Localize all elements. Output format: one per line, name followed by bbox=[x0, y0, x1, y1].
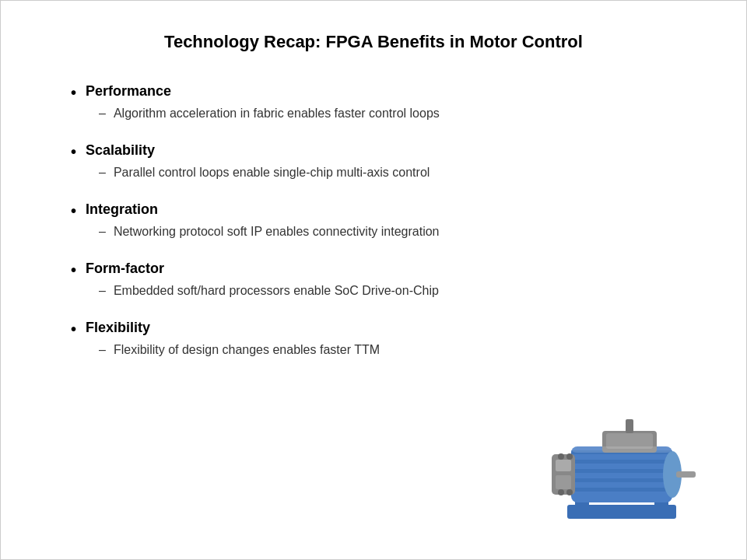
svg-rect-16 bbox=[626, 419, 633, 433]
bullet-sub-dash: – bbox=[99, 225, 106, 239]
bullet-dot: • bbox=[71, 83, 76, 102]
bullet-sub-scalability: –Parallel control loops enable single-ch… bbox=[99, 166, 707, 180]
bullet-sub-text-scalability: Parallel control loops enable single-chi… bbox=[114, 166, 430, 180]
svg-rect-6 bbox=[571, 469, 672, 473]
svg-rect-8 bbox=[571, 488, 672, 492]
bullet-dot: • bbox=[71, 201, 76, 220]
bullet-sub-text-integration: Networking protocol soft IP enables conn… bbox=[114, 225, 440, 239]
bullet-dot: • bbox=[71, 142, 76, 161]
svg-rect-3 bbox=[571, 446, 672, 502]
motor-image bbox=[544, 404, 700, 528]
bullet-sub-text-flexibility: Flexibility of design changes enables fa… bbox=[114, 343, 380, 357]
svg-rect-7 bbox=[571, 478, 672, 482]
svg-point-19 bbox=[558, 489, 564, 495]
bullet-item-integration: •Integration–Networking protocol soft IP… bbox=[71, 201, 707, 239]
slide-title: Technology Recap: FPGA Benefits in Motor… bbox=[40, 24, 707, 52]
bullet-label-form-factor: Form-factor bbox=[86, 261, 164, 277]
bullet-label-performance: Performance bbox=[86, 83, 171, 100]
bullet-label-flexibility: Flexibility bbox=[86, 320, 150, 336]
bullet-sub-form-factor: –Embedded soft/hard processors enable So… bbox=[99, 284, 707, 298]
bullet-label-integration: Integration bbox=[86, 201, 158, 218]
svg-rect-11 bbox=[556, 475, 571, 489]
svg-point-20 bbox=[566, 453, 573, 460]
bullet-sub-performance: –Algorithm acceleration in fabric enable… bbox=[99, 107, 707, 121]
bullet-sub-flexibility: –Flexibility of design changes enables f… bbox=[99, 343, 707, 357]
bullet-item-flexibility: •Flexibility–Flexibility of design chang… bbox=[71, 320, 707, 357]
bullet-main-flexibility: •Flexibility bbox=[71, 320, 707, 338]
bullet-sub-text-performance: Algorithm acceleration in fabric enables… bbox=[114, 107, 440, 121]
svg-rect-5 bbox=[571, 460, 672, 464]
bullet-item-form-factor: •Form-factor–Embedded soft/hard processo… bbox=[71, 261, 707, 298]
slide: Technology Recap: FPGA Benefits in Motor… bbox=[0, 0, 747, 560]
bullet-label-scalability: Scalability bbox=[86, 142, 155, 159]
bullet-dot: • bbox=[71, 261, 76, 279]
bullet-main-integration: •Integration bbox=[71, 201, 707, 220]
bullet-item-performance: •Performance–Algorithm acceleration in f… bbox=[71, 83, 707, 121]
svg-rect-10 bbox=[556, 460, 571, 471]
bullet-item-scalability: •Scalability–Parallel control loops enab… bbox=[71, 142, 707, 180]
content-area: •Performance–Algorithm acceleration in f… bbox=[40, 83, 707, 357]
svg-point-21 bbox=[566, 489, 573, 495]
bullet-sub-text-form-factor: Embedded soft/hard processors enable SoC… bbox=[114, 284, 439, 298]
bullet-dot: • bbox=[71, 320, 76, 338]
svg-rect-17 bbox=[571, 446, 672, 453]
svg-rect-13 bbox=[676, 471, 696, 478]
bullet-main-form-factor: •Form-factor bbox=[71, 261, 707, 279]
bullet-sub-dash: – bbox=[99, 284, 106, 298]
bullet-main-scalability: •Scalability bbox=[71, 142, 707, 161]
bullet-main-performance: •Performance bbox=[71, 83, 707, 102]
svg-point-18 bbox=[558, 453, 564, 460]
bullet-sub-dash: – bbox=[99, 343, 106, 357]
bullet-sub-dash: – bbox=[99, 107, 106, 121]
bullet-sub-dash: – bbox=[99, 166, 106, 180]
bullet-sub-integration: –Networking protocol soft IP enables con… bbox=[99, 225, 707, 239]
